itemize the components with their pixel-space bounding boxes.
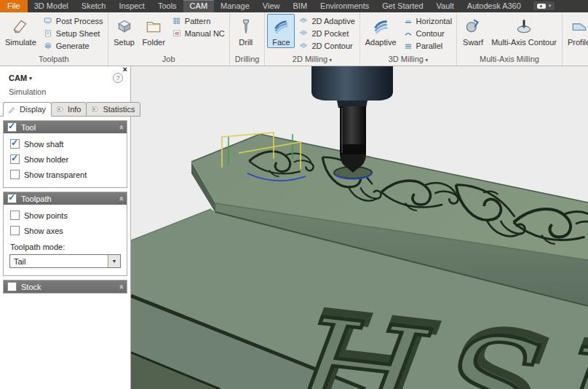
section-title: Toolpath: [21, 194, 52, 203]
section-title: Tool: [21, 123, 36, 132]
menu-file[interactable]: File: [0, 0, 28, 12]
checkbox-unchecked[interactable]: [10, 211, 20, 220]
collapse-icon[interactable]: »: [116, 284, 125, 288]
checkbox-show-holder[interactable]: Show holder: [4, 149, 127, 164]
button-label: Folder: [143, 38, 165, 47]
group-label-drilling: Drilling: [232, 55, 263, 66]
manual-nc-button[interactable]: 45Manual NC: [170, 27, 227, 39]
folder-button[interactable]: Folder: [140, 14, 168, 48]
2d-adaptive-button[interactable]: 2D Adaptive: [296, 15, 357, 27]
button-label: Profile: [568, 38, 588, 47]
button-label: 2D Adaptive: [311, 17, 354, 25]
simulate-icon: [11, 17, 30, 36]
checkbox-show-axes[interactable]: Show axes: [4, 220, 127, 235]
ribbon-group-toolpath: SimulatePost ProcessSetup SheetGenerateT…: [0, 12, 108, 66]
adaptive-3d-icon: [371, 17, 390, 36]
button-label: 2D Pocket: [311, 29, 349, 38]
menu-environments[interactable]: Environments: [314, 0, 376, 12]
setup-sheet-button[interactable]: Setup Sheet: [41, 27, 106, 39]
button-label: Pattern: [185, 17, 210, 25]
setup-icon: [115, 17, 134, 36]
camera-icon: [537, 4, 546, 9]
group-label-turning[interactable]: Turning ▾: [565, 55, 588, 66]
tab-display[interactable]: Display: [3, 102, 52, 117]
checkbox-checked[interactable]: [7, 122, 17, 132]
post-process-button[interactable]: Post Process: [41, 15, 106, 27]
ribbon-group-multi-axis-milling: SwarfMulti-Axis ContourMulti-Axis Millin…: [457, 12, 563, 66]
checkbox-unchecked[interactable]: [7, 282, 17, 291]
pattern-icon: [172, 16, 182, 26]
button-label: Simulate: [5, 38, 36, 47]
button-label: 2D Contour: [311, 42, 352, 50]
section-header-toolpath[interactable]: Toolpath»: [4, 192, 127, 205]
swarf-icon: [464, 17, 482, 36]
group-label-3d-milling[interactable]: 3D Milling ▾: [362, 55, 454, 66]
parallel-button[interactable]: Parallel: [401, 39, 455, 52]
chevron-down-icon[interactable]: ▼: [108, 255, 120, 267]
drill-button[interactable]: Drill: [232, 14, 260, 48]
menu-bim[interactable]: BIM: [286, 0, 314, 12]
simulate-button[interactable]: Simulate: [2, 14, 39, 48]
menu-3d-model[interactable]: 3D Model: [28, 0, 75, 12]
checkbox-show-transparent[interactable]: Show transparent: [4, 164, 127, 179]
menu-manage[interactable]: Manage: [214, 0, 256, 12]
menu-get-started[interactable]: Get Started: [376, 0, 429, 12]
button-column: Pattern45Manual NC: [170, 14, 227, 39]
pattern-button[interactable]: Pattern: [170, 15, 227, 27]
face-button[interactable]: Face: [267, 14, 295, 48]
generate-button[interactable]: Generate: [41, 39, 106, 52]
tab-statistics[interactable]: Statistics: [86, 102, 140, 117]
checkbox-unchecked[interactable]: [10, 170, 20, 179]
checkbox-checked[interactable]: [10, 154, 20, 164]
profile-button[interactable]: Profile: [565, 14, 588, 48]
swarf-button[interactable]: Swarf: [459, 14, 487, 48]
ribbon-group-drilling: DrillDrilling: [230, 12, 266, 66]
button-column: Post ProcessSetup SheetGenerate: [41, 14, 106, 52]
checkbox-show-points[interactable]: Show points: [4, 205, 127, 220]
multi-axis-contour-button[interactable]: Multi-Axis Contour: [488, 14, 560, 48]
tool-section: Tool»Show shaftShow holderShow transpare…: [3, 120, 127, 188]
folder-icon: [144, 17, 163, 36]
panel-tabs: DisplayInfoStatistics: [3, 102, 130, 117]
checkbox-show-shaft[interactable]: Show shaft: [4, 133, 127, 149]
contour-button[interactable]: Contour: [401, 27, 455, 39]
2d-contour-button[interactable]: 2D Contour: [296, 39, 357, 52]
button-label: Face: [272, 38, 290, 47]
menu-inspect[interactable]: Inspect: [112, 0, 151, 12]
2d-pocket-button[interactable]: 2D Pocket: [296, 27, 357, 39]
horizontal-button[interactable]: Horizontal: [401, 15, 455, 27]
help-icon[interactable]: ?: [113, 73, 123, 83]
collapse-icon[interactable]: »: [116, 125, 125, 129]
multi-axis-contour-icon: [514, 17, 533, 36]
stock-section: Stock»: [3, 280, 127, 294]
button-label: Adaptive: [365, 38, 397, 47]
button-column: 2D Adaptive2D Pocket2D Contour: [296, 14, 357, 52]
panel-close-icon[interactable]: ×: [123, 66, 127, 74]
collapse-icon[interactable]: »: [116, 196, 125, 200]
toolpath-mode-select[interactable]: Tail▼: [9, 254, 121, 268]
menu-tools[interactable]: Tools: [151, 0, 183, 12]
adaptive-2d-icon: [298, 16, 309, 26]
tab-info[interactable]: Info: [51, 102, 87, 117]
panel-title[interactable]: CAM: [9, 74, 27, 82]
menu-view[interactable]: View: [256, 0, 287, 12]
checkbox-label: Show shaft: [24, 140, 63, 149]
setup-button[interactable]: Setup: [111, 14, 138, 48]
menu-sketch[interactable]: Sketch: [75, 0, 113, 12]
button-label: Contour: [416, 29, 445, 38]
section-header-tool[interactable]: Tool»: [4, 121, 127, 133]
viewport-3d[interactable]: HSM HSM: [131, 66, 588, 389]
checkbox-checked[interactable]: [10, 139, 20, 149]
menu-cam[interactable]: CAM: [183, 0, 214, 12]
a360-sync-button[interactable]: ▾: [533, 1, 555, 10]
button-label: Setup: [114, 38, 135, 47]
group-label-2d-milling[interactable]: 2D Milling ▾: [267, 55, 357, 66]
menu-vault[interactable]: Vault: [430, 0, 461, 12]
checkbox-checked[interactable]: [7, 194, 17, 203]
adaptive-button[interactable]: Adaptive: [362, 14, 400, 48]
toolpath-mode-value: Tail: [10, 257, 108, 266]
checkbox-unchecked[interactable]: [10, 226, 20, 235]
menu-autodesk-a360[interactable]: Autodesk A360: [461, 0, 528, 12]
tab-label: Display: [20, 105, 46, 114]
section-header-stock[interactable]: Stock»: [4, 280, 127, 293]
